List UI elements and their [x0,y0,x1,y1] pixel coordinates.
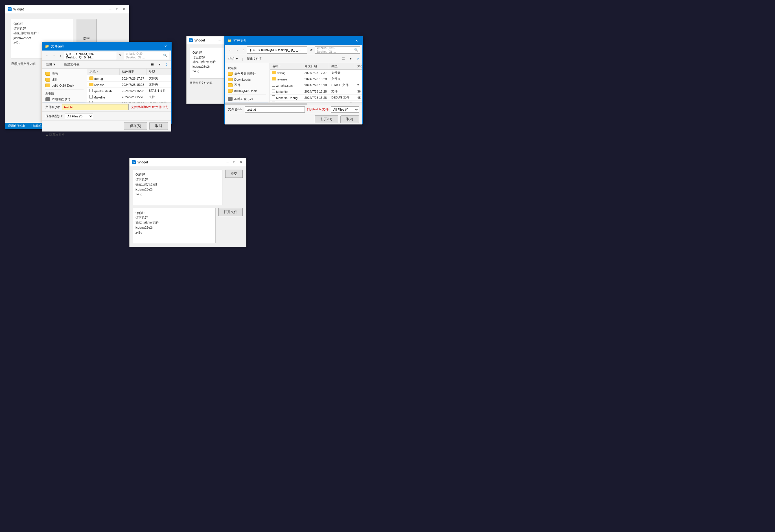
sidebar-folder-clean[interactable]: 清洁 [43,71,86,77]
file-date: 2024/7/28 15:28 [302,76,329,82]
save-cancel-btn[interactable]: 取消 [149,122,168,130]
search-box-save[interactable]: 在 build-Qt39-Desktop_Qt_... 🔍 [124,52,169,59]
table-row[interactable]: debug 2024/7/28 17:37 文件夹 [87,75,171,82]
table-row[interactable]: Makefile.Debug 2024/7/28 15:28 DEBUG 文件 … [270,94,362,101]
file-type: STASH 文件 [146,88,171,94]
minimize-btn-2[interactable]: ─ [217,38,222,43]
file-type: 文件夹 [329,76,355,82]
col-date[interactable]: 修改日期 [119,69,146,75]
file-date: 2024/7/28 15:28 [302,82,329,88]
refresh-btn[interactable]: ⟳ [117,53,123,58]
save-filetype-select[interactable]: All Files (*) [65,113,93,119]
file-type: DEBUG 文件 [146,100,171,103]
file-type: 文件夹 [146,82,171,88]
file-name: debug [270,70,302,76]
file-name: release [87,82,119,88]
file-date: 2024/7/28 15:28 [119,94,146,100]
open-sidebar-hdd-c[interactable]: 本地磁盘 (C:) [226,96,268,102]
open-sidebar-courses[interactable]: 课件 [226,82,268,88]
file-name: Makefile.Release [270,101,302,103]
save-sidebar: 清洁 课件 build-Qt39-Desk 此电脑 本地磁盘 (C:) 本地磁盘… [42,69,87,102]
open-sidebar-collection[interactable]: 集合及数据统计 [226,71,268,77]
open-col-name[interactable]: 名称 ↑ [270,63,302,70]
table-row[interactable]: .qmake.stash 2024/7/28 15:28 STASH 文件 2 [270,82,362,88]
open-cancel-btn[interactable]: 取消 [340,115,359,123]
save-file-list: 清洁 课件 build-Qt39-Desk 此电脑 本地磁盘 (C:) 本地磁盘… [42,69,171,102]
save-filename-label: 文件名(N): [45,105,60,109]
open-col-size[interactable]: 大小 [355,63,362,70]
open-forward-btn[interactable]: → [234,47,240,52]
collapse-bar[interactable]: ▲ 隐藏文件夹 [42,131,171,138]
sidebar-section-pc: 此电脑 [43,91,86,96]
open-dialog-toolbar: ← → ↑ QTC... > build-Qt39-Desktop_Qt_5_.… [225,45,362,55]
table-row[interactable]: Makefile.Release 2024/7/28 15:28 RELEASE… [270,101,362,103]
titlebar-3: W Widget ─ □ ✕ [129,158,246,166]
organize-btn[interactable]: 组织 ▼ [44,61,57,67]
file-size: 36 [355,88,362,94]
minimize-btn-3[interactable]: ─ [225,160,230,164]
col-type[interactable]: 类型 [146,69,171,75]
open-help-btn[interactable]: ? [355,56,360,61]
file-type: RELEASE 文件 [329,101,355,103]
window-title-1: Widget [13,7,24,11]
table-row[interactable]: .qmake.stash 2024/7/28 15:28 STASH 文件 [87,88,171,94]
address-bar-open[interactable]: QTC... > build-Qt39-Desktop_Qt_5_... [247,46,307,54]
open-back-btn[interactable]: ← [227,47,233,52]
open-col-type[interactable]: 类型 [329,63,355,70]
open-btn[interactable]: 打开(O) [315,115,338,123]
save-filename-input[interactable] [62,104,128,110]
open-scrollbar[interactable] [225,102,362,105]
file-name: .qmake.stash [87,88,119,94]
table-row[interactable]: release 2024/7/28 15:28 文件夹 [87,82,171,88]
open-action-bar: 打开(O) 取消 [225,114,362,124]
sidebar-folder-course[interactable]: 课件 [43,77,86,83]
open-view-toggle[interactable]: ☰ [341,56,346,61]
open-up-btn[interactable]: ↑ [241,47,245,52]
maximize-btn-3[interactable]: □ [231,160,237,164]
forward-btn[interactable]: → [51,53,57,58]
open-organize-btn[interactable]: 组织 ▼ [227,56,240,62]
file-type: STASH 文件 [329,82,355,88]
widget3-submit-btn[interactable]: 提交 [225,170,243,178]
open-dialog-close[interactable]: ✕ [353,38,359,43]
open-sidebar-build[interactable]: build-Qt39-Desk [226,88,268,93]
open-sidebar-hdd-d[interactable]: 本地磁盘 (D:) [226,102,268,102]
open-sidebar-downloads[interactable]: DownLoads [226,77,268,82]
close-btn-1[interactable]: ✕ [121,7,127,12]
open-filetype-select[interactable]: All Files (*) [331,106,359,113]
window-title-3: Widget [137,160,148,164]
table-row[interactable]: Makefile.Debug 2024/7/28 15:28 DEBUG 文件 [87,100,171,103]
back-btn[interactable]: ← [44,53,50,58]
close-btn-3[interactable]: ✕ [238,160,244,164]
table-row[interactable]: release 2024/7/28 15:28 文件夹 [270,76,362,82]
address-bar-save[interactable]: QTC... > build-Qt39-Desktop_Qt_5_14... [64,52,117,59]
view-options[interactable]: ▾ [157,62,162,67]
sidebar-hdd-d[interactable]: 本地磁盘 (D:) [43,102,86,102]
table-row[interactable]: Makefile 2024/7/28 15:28 文件 [87,94,171,100]
table-row[interactable]: debug 2024/7/28 17:37 文件夹 [270,70,362,76]
save-btn[interactable]: 保存(S) [124,122,147,130]
table-row[interactable]: Makefile 2024/7/28 15:28 文件 36 [270,88,362,94]
open-filename-input[interactable] [245,106,304,113]
minimize-btn-1[interactable]: ─ [107,7,113,12]
new-folder-btn[interactable]: 新建文件夹 [63,61,81,67]
sidebar-folder-build[interactable]: build-Qt39-Desk [43,83,86,88]
save-dialog-close[interactable]: ✕ [162,44,168,49]
view-toggle[interactable]: ☰ [150,62,155,67]
open-refresh-btn[interactable]: ⟳ [308,47,314,52]
open-dialog-title: 打开文件 [233,38,247,43]
search-placeholder-open: 在 build-Qt39-Desktop_Qt_... [317,46,353,53]
open-view-options[interactable]: ▾ [348,56,353,61]
up-btn[interactable]: ↑ [58,53,63,58]
open-dialog-titlebar: 📁 打开文件 ✕ [225,36,362,45]
search-box-open[interactable]: 在 build-Qt39-Desktop_Qt_... 🔍 [315,46,360,54]
maximize-btn-1[interactable]: □ [114,7,120,12]
open-col-date[interactable]: 修改日期 [302,63,329,70]
file-date: 2024/7/28 15:28 [302,88,329,94]
col-name[interactable]: 名称 ↑ [87,69,119,75]
file-size: 45 [355,94,362,101]
help-btn[interactable]: ? [164,62,169,67]
sidebar-hdd-c[interactable]: 本地磁盘 (C:) [43,96,86,102]
widget3-open-btn[interactable]: 打开文件 [218,208,243,216]
open-new-folder-btn[interactable]: 新建文件夹 [245,56,263,62]
